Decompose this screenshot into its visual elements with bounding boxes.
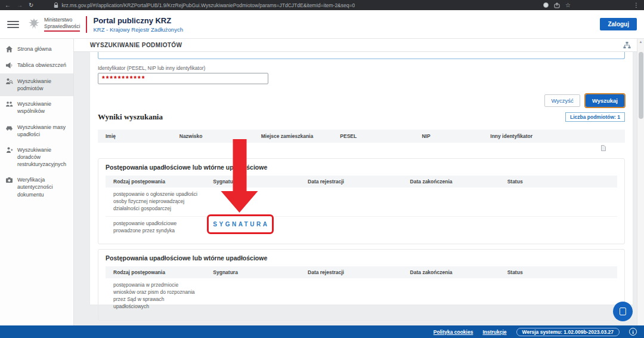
scrollbar-thumb[interactable] <box>639 52 643 119</box>
portal-subtitle: KRZ - Krajowy Rejestr Zadłużonych <box>93 26 182 33</box>
sidebar-item-wyszukiwanie-wspolnikow[interactable]: Wyszukiwanie wspólników <box>0 96 73 119</box>
profile-avatar-icon[interactable] <box>543 2 549 8</box>
table-row: postępowanie o ogłoszenie upadłości osob… <box>106 188 617 217</box>
forward-icon[interactable]: → <box>17 0 23 10</box>
person-add-icon <box>5 146 13 154</box>
scrollbar-up-icon[interactable]: ▲ <box>637 39 644 45</box>
header-divider <box>86 16 87 33</box>
fab-glyph-icon <box>620 308 626 315</box>
person-table: Imię Nazwisko Miejsce zamieszkania PESEL… <box>98 130 625 153</box>
sidebar-item-weryfikacja-dokumentu[interactable]: Weryfikacja autentyczności dokumentu <box>0 172 73 202</box>
page-titlebar: WYSZUKIWANIE PODMIOTÓW <box>74 39 637 52</box>
person-table-header: Imię Nazwisko Miejsce zamieszkania PESEL… <box>98 130 625 143</box>
sygnatura-link[interactable]: SYGNATURA <box>213 221 269 228</box>
table-row: postępowanie upadłościowe prowadzone prz… <box>106 217 617 238</box>
section-title: Postępowania upadłościowe lub wtórne upa… <box>106 254 617 262</box>
ministry-logo: Ministerstwo Sprawiedliwości <box>27 17 80 32</box>
identifier-label: Identyfikator (PESEL, NIP lub inny ident… <box>98 65 625 71</box>
group-icon <box>5 100 13 108</box>
page-title: WYSZUKIWANIE PODMIOTÓW <box>90 42 182 48</box>
lock-icon <box>54 2 58 8</box>
section-table-header: Rodzaj postępowania Sygnatura Data rejes… <box>106 266 617 278</box>
megaphone-icon <box>5 62 13 69</box>
results-heading: Wyniki wyszukania <box>98 112 163 122</box>
bookmark-star-icon[interactable]: ☆ <box>565 0 571 10</box>
search-card: Identyfikator (PESEL, NIP lub inny ident… <box>89 52 633 305</box>
browser-chrome: ← → ↻ krz.ms.gov.pl/#!/application/KRZPo… <box>0 0 644 10</box>
menu-hamburger-icon[interactable] <box>7 21 19 28</box>
version-badge: Wersja systemu: 1.02.009b-2023.03.27 <box>516 328 620 336</box>
accessibility-fab-button[interactable] <box>613 302 633 321</box>
back-icon[interactable]: ← <box>5 0 11 10</box>
cookies-link[interactable]: Polityka cookies <box>434 329 473 335</box>
eagle-logo-icon <box>27 17 41 32</box>
home-icon <box>5 45 13 53</box>
info-icon[interactable]: i <box>629 328 637 336</box>
person-table-row <box>98 143 625 153</box>
section-table-header: Rodzaj postępowania Sygnatura Data rejes… <box>106 176 617 188</box>
portal-title: Portal publiczny KRZ <box>93 16 182 25</box>
sidebar-item-wyszukiwanie-masy-upadlosci[interactable]: Wyszukiwanie masy upadłości <box>0 119 73 142</box>
portal-title-block: Portal publiczny KRZ KRZ - Krajowy Rejes… <box>93 16 182 33</box>
proceedings-section-1: Postępowania upadłościowe lub wtórne upa… <box>98 158 625 244</box>
search-button[interactable]: Wyszukaj <box>586 94 624 107</box>
sidebar-item-wyszukiwanie-doradcow[interactable]: Wyszukiwanie doradców restrukturyzacyjny… <box>0 142 73 172</box>
sidebar-item-wyszukiwanie-podmiotow[interactable]: Wyszukiwanie podmiotów <box>0 73 73 96</box>
camera-icon <box>5 176 13 184</box>
name-input-partial[interactable] <box>98 52 625 59</box>
content: Identyfikator (PESEL, NIP lub inny ident… <box>74 52 637 325</box>
ministry-name: Ministerstwo Sprawiedliwości <box>44 17 80 32</box>
sitemap-icon[interactable] <box>623 41 631 49</box>
sidebar-item-tablica-obwieszczen[interactable]: Tablica obwieszczeń <box>0 57 73 73</box>
section-title: Postępowania upadłościowe lub wtórne upa… <box>106 164 617 171</box>
person-search-icon <box>5 78 13 85</box>
sygnatura-annotated: SYGNATURA <box>213 220 269 229</box>
browser-menu-icon[interactable]: ⋮ <box>633 0 639 10</box>
share-icon[interactable] <box>554 2 560 8</box>
main-area: WYSZUKIWANIE PODMIOTÓW Identyfikator (PE… <box>74 39 637 325</box>
app-header: Ministerstwo Sprawiedliwości Portal publ… <box>0 10 644 39</box>
table-row: postępowania w przedmiocie wniosków oraz… <box>106 278 617 314</box>
url-text: krz.ms.gov.pl/#!/application/KRZPortalPU… <box>61 2 355 8</box>
document-icon[interactable] <box>601 145 625 151</box>
sidebar-item-strona-glowna[interactable]: Strona główna <box>0 41 73 57</box>
footer: Polityka cookies Instrukcje Wersja syste… <box>0 325 644 338</box>
reload-icon[interactable]: ↻ <box>29 0 33 10</box>
scrollbar[interactable]: ▲ <box>637 39 644 325</box>
sidebar: Strona główna Tablica obwieszczeń Wyszuk… <box>0 39 74 325</box>
identifier-input[interactable] <box>98 73 268 84</box>
car-icon <box>5 124 13 131</box>
results-count-badge: Liczba podmiotów: 1 <box>565 112 625 122</box>
proceedings-section-2: Postępowania upadłościowe lub wtórne upa… <box>98 249 625 321</box>
address-bar[interactable]: krz.ms.gov.pl/#!/application/KRZPortalPU… <box>54 2 537 8</box>
clear-button[interactable]: Wyczyść <box>544 94 580 107</box>
login-button[interactable]: Zaloguj <box>600 18 637 30</box>
instructions-link[interactable]: Instrukcje <box>482 329 506 335</box>
screen: ← → ↻ krz.ms.gov.pl/#!/application/KRZPo… <box>0 0 644 338</box>
